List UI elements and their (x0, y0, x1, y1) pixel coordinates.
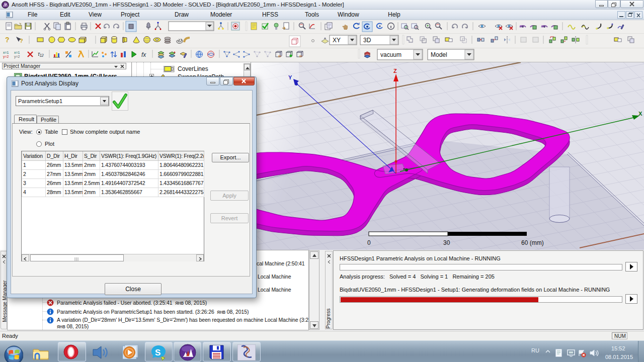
svg-text:τ₁₂: τ₁₂ (38, 51, 44, 57)
svg-text:x²: x² (278, 54, 282, 58)
svg-text:0: 0 (367, 239, 371, 246)
svg-text:30: 30 (443, 239, 450, 246)
svg-text:S: S (155, 348, 160, 357)
svg-text:x²: x² (299, 54, 303, 58)
svg-text:?: ? (5, 36, 10, 44)
svg-text:X: X (638, 111, 642, 117)
svg-text:60 (mm): 60 (mm) (521, 239, 544, 246)
svg-text:Model: Model (431, 51, 447, 58)
svg-text:3D: 3D (363, 37, 371, 44)
svg-text:y=2: y=2 (3, 55, 9, 59)
svg-text:XY: XY (333, 37, 341, 44)
svg-text:fx: fx (141, 51, 146, 58)
svg-text:Y: Y (288, 74, 292, 80)
svg-text:vacuum: vacuum (380, 51, 401, 58)
svg-text:y=2: y=2 (14, 55, 20, 59)
svg-text:x=1: x=1 (3, 51, 9, 54)
svg-text:x=1: x=1 (14, 51, 20, 54)
svg-text:Z: Z (393, 68, 397, 74)
svg-text:?: ? (20, 38, 23, 44)
